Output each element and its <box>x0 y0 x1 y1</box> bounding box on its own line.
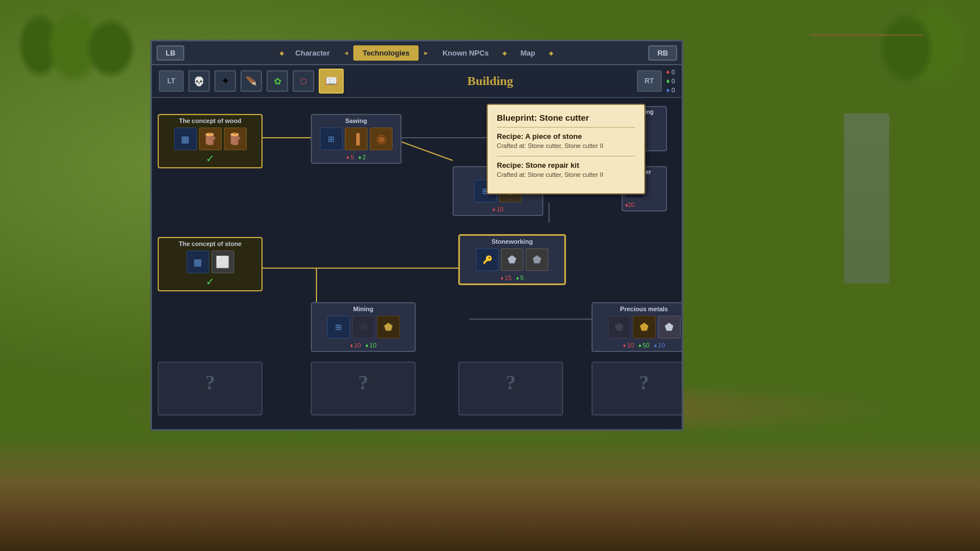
tooltip-panel: Blueprint: Stone cutter Recipe: A piece … <box>487 104 645 194</box>
resource-green-value: 0 <box>671 78 675 84</box>
cat-plant[interactable]: ✿ <box>267 70 288 92</box>
concept-wood-icon-1: ▦ <box>174 128 197 150</box>
sawing-title: Sawing <box>312 115 400 125</box>
tab-character[interactable]: Character <box>286 45 339 61</box>
stoneworking-icon-3: ⬟ <box>526 248 548 271</box>
tooltip-recipe2-title: Recipe: Stone repair kit <box>497 161 635 169</box>
cat-shield[interactable]: ⬡ <box>293 70 314 92</box>
fireworking-cost-red: ♦10 <box>492 206 503 213</box>
concept-wood-icon-2: 🪵 <box>199 128 222 150</box>
nav-diamond-5: ◆ <box>549 50 554 56</box>
mining-cost-red: ♦ 10 <box>350 342 361 349</box>
cat-sun[interactable]: ✦ <box>214 70 236 92</box>
sawing-cost-green: ♦ 2 <box>358 154 366 160</box>
tech-node-unknown-1[interactable]: ? <box>158 362 263 416</box>
concept-stone-icon-1: ▦ <box>187 251 209 273</box>
mining-icon-3: ⬟ <box>377 316 400 338</box>
tech-node-unknown-3[interactable]: ? <box>458 362 563 416</box>
precious-metals-costs: ♦10 ♦50 ♦10 <box>593 341 682 351</box>
tech-node-unknown-4[interactable]: ? <box>592 362 682 416</box>
rb-button[interactable]: RB <box>648 45 677 61</box>
resource-green-row: ♦ 0 <box>666 77 675 85</box>
tab-map[interactable]: Map <box>512 45 544 61</box>
tooltip-recipe1-title: Recipe: A piece of stone <box>497 132 635 141</box>
precious-metals-cost-red: ♦10 <box>623 342 633 349</box>
tech-node-sawing[interactable]: Sawing ⊞ ▐ ◉ ♦ 5 ♦ 2 <box>311 114 402 164</box>
sawing-icon-1: ⊞ <box>320 128 343 150</box>
resource-blue-row: ♦ 0 <box>666 86 675 94</box>
tech-node-precious-metals[interactable]: Precious metals ⬟ ⬟ ⬟ ♦10 ♦50 <box>592 302 682 352</box>
stoneworking-costs: ♦ 15 ♦ 5 <box>460 273 564 283</box>
precious-metals-title: Precious metals <box>593 303 682 313</box>
mining-costs: ♦ 10 ♦ 10 <box>312 341 415 351</box>
sawing-icon-3: ◉ <box>370 128 392 150</box>
sawing-costs: ♦ 5 ♦ 2 <box>312 152 400 163</box>
stoneworking-cost-red: ♦ 15 <box>501 274 512 281</box>
lt-button[interactable]: LT <box>159 70 184 92</box>
tab-known-npcs[interactable]: Known NPCs <box>433 45 498 61</box>
sawing-cost-red: ♦ 5 <box>347 154 354 160</box>
unknown-2-mark: ? <box>312 363 415 402</box>
concept-wood-checkmark: ✓ <box>159 152 261 167</box>
tech-node-concept-wood[interactable]: The concept of wood ▦ 🪵 🪵 ✓ <box>158 114 263 168</box>
nav-diamond-1: ◆ <box>280 50 284 56</box>
tooltip-divider-2 <box>497 156 635 156</box>
tooltip-divider-1 <box>497 127 635 128</box>
category-title: Building <box>348 74 632 88</box>
mining-icon-1: ⊞ <box>327 316 350 338</box>
nav-diamond-4: ◆ <box>502 50 507 56</box>
tooltip-recipe2-crafted: Crafted at: Stone cutter, Stone cutter I… <box>497 171 635 179</box>
nav-diamond-2: ◄ <box>344 50 349 56</box>
mining-title: Mining <box>312 303 415 313</box>
resource-display: ♦ 0 ♦ 0 ♦ 0 <box>666 68 675 94</box>
concept-wood-icons: ▦ 🪵 🪵 <box>159 125 261 152</box>
mining-cost-green: ♦ 10 <box>366 342 377 349</box>
stoneworking-icon-1: 🔑 <box>476 248 499 271</box>
tab-technologies[interactable]: Technologies <box>353 45 419 61</box>
resource-red-value: 0 <box>671 69 675 75</box>
tooltip-blueprint-title: Blueprint: Stone cutter <box>497 113 635 122</box>
tech-content: The concept of wood ▦ 🪵 🪵 ✓ Sawing <box>152 98 682 429</box>
tech-node-unknown-2[interactable]: ? <box>311 362 416 416</box>
resource-red-row: ♦ 0 <box>666 68 675 76</box>
concept-stone-icons: ▦ ⬜ <box>159 248 261 276</box>
tech-node-concept-stone[interactable]: The concept of stone ▦ ⬜ ✓ <box>158 237 263 291</box>
concept-wood-title: The concept of wood <box>159 115 261 125</box>
stoneworking-cost-green: ♦ 5 <box>516 274 523 281</box>
nav-bar: LB ◆ Character ◄ Technologies ► Known NP… <box>152 41 682 65</box>
nav-tabs: Character ◄ Technologies ► Known NPCs ◆ … <box>286 45 556 61</box>
category-bar: LT 💀 ✦ 🪶 ✿ ⬡ 📖 Building RT ♦ 0 <box>152 65 682 98</box>
precious-metals-cost-blue: ♦10 <box>654 342 665 349</box>
resource-red-icon: ♦ <box>666 68 670 76</box>
precious-metals-icon-1: ⬟ <box>608 316 631 338</box>
unknown-3-mark: ? <box>459 363 562 402</box>
concept-stone-checkmark: ✓ <box>159 276 261 290</box>
nav-diamond-3: ► <box>423 50 429 56</box>
lb-button[interactable]: LB <box>157 45 184 61</box>
tech-node-mining[interactable]: Mining ⊞ ⬟ ⬟ ♦ 10 ♦ 10 <box>311 302 416 352</box>
mining-icon-2: ⬟ <box>352 316 375 338</box>
stoneworking-icon-2: ⬟ <box>501 248 523 271</box>
stoneworking-icons: 🔑 ⬟ ⬟ <box>460 246 564 273</box>
stoneworking-title: Stoneworking <box>460 236 564 246</box>
rt-button[interactable]: RT <box>637 70 662 92</box>
cat-skull[interactable]: 💀 <box>188 70 210 92</box>
sawing-icon-2: ▐ <box>345 128 368 150</box>
resource-blue-icon: ♦ <box>666 86 670 94</box>
precious-metals-cost-green: ♦50 <box>639 342 649 349</box>
tech-node-stoneworking[interactable]: Stoneworking 🔑 ⬟ ⬟ ♦ 15 ♦ 5 <box>458 234 566 285</box>
precious-metals-icons: ⬟ ⬟ ⬟ <box>593 313 682 341</box>
fireworking-costs: ♦10 <box>454 205 542 215</box>
precious-metals-icon-3: ⬟ <box>658 316 681 338</box>
unknown-4-mark: ? <box>593 363 682 402</box>
precious-metals-icon-2: ⬟ <box>633 316 656 338</box>
unknown-1-mark: ? <box>159 363 261 402</box>
tooltip-recipe1-crafted: Crafted at: Stone cutter, Stone cutter I… <box>497 142 635 150</box>
concept-wood-icon-3: 🪵 <box>224 128 247 150</box>
cat-book[interactable]: 📖 <box>319 69 344 94</box>
concept-stone-icon-2: ⬜ <box>212 251 234 273</box>
resource-blue-value: 0 <box>671 87 675 94</box>
cat-quill[interactable]: 🪶 <box>240 70 262 92</box>
sawing-icons: ⊞ ▐ ◉ <box>312 125 400 152</box>
mining-icons: ⊞ ⬟ ⬟ <box>312 313 415 341</box>
